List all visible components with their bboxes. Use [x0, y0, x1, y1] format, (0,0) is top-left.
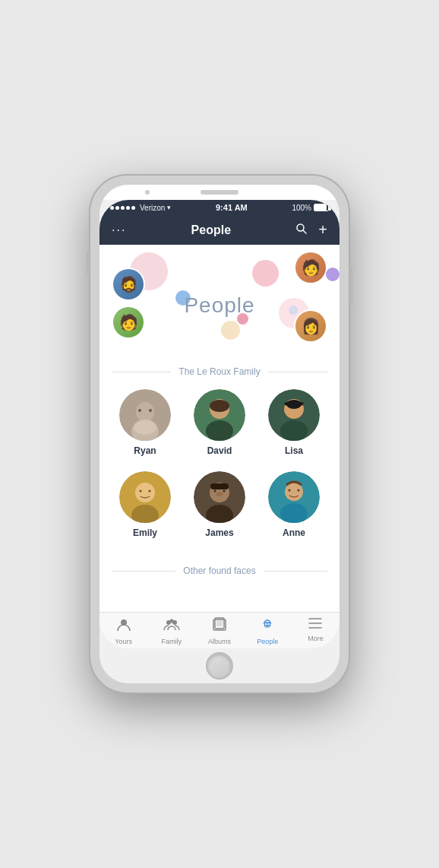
- add-button[interactable]: +: [318, 221, 327, 239]
- other-faces-section: Other found faces: [99, 565, 340, 576]
- tab-albums-icon: [213, 617, 226, 636]
- svg-point-17: [135, 483, 155, 502]
- other-divider-right: [264, 571, 327, 572]
- svg-point-10: [206, 420, 233, 441]
- tab-yours-icon: [116, 617, 131, 636]
- svg-rect-39: [216, 620, 223, 626]
- person-name-david: David: [207, 445, 232, 456]
- tab-family[interactable]: Family: [147, 617, 195, 645]
- camera-dot: [145, 190, 150, 195]
- person-lisa[interactable]: Lisa: [261, 389, 327, 456]
- phone-frame: Verizon ▾ 9:41 AM 100% ··· People: [90, 176, 349, 692]
- nav-title: People: [191, 223, 231, 237]
- divider-left: [112, 372, 171, 372]
- other-divider-left: [112, 571, 175, 572]
- person-james[interactable]: James: [186, 471, 253, 538]
- people-title: People: [184, 293, 254, 318]
- carrier-label: Verizon: [140, 204, 165, 212]
- menu-button[interactable]: ···: [112, 223, 126, 237]
- deco-circle-6: [221, 321, 240, 340]
- svg-point-31: [289, 489, 291, 492]
- svg-point-14: [280, 420, 308, 441]
- screen: Verizon ▾ 9:41 AM 100% ··· People: [99, 200, 340, 648]
- battery-icon: [314, 204, 329, 211]
- people-header: 🧔 🧑 🧑 👩 People: [99, 245, 340, 366]
- svg-point-26: [223, 490, 226, 493]
- svg-point-6: [149, 409, 152, 412]
- svg-point-32: [298, 489, 300, 492]
- person-anne[interactable]: Anne: [261, 471, 327, 538]
- person-avatar-james: [194, 471, 245, 523]
- person-name-james: James: [205, 527, 233, 538]
- deco-circle-purple: [326, 268, 340, 281]
- family-divider: The Le Roux Family: [112, 366, 327, 377]
- person-name-emily: Emily: [133, 527, 157, 538]
- wifi-icon: ▾: [167, 204, 171, 211]
- tab-people-icon: [259, 617, 276, 636]
- status-bar: Verizon ▾ 9:41 AM 100%: [99, 200, 340, 215]
- svg-point-20: [149, 490, 151, 493]
- signal-dots: [110, 206, 135, 210]
- person-name-ryan: Ryan: [134, 445, 156, 456]
- tab-yours-label: Yours: [115, 638, 132, 645]
- person-avatar-lisa: [268, 389, 320, 441]
- battery-percent: 100%: [292, 204, 311, 212]
- deco-avatar-3: 🧑: [294, 251, 327, 284]
- svg-point-7: [134, 420, 156, 435]
- deco-avatar-1: 🧔: [112, 268, 145, 301]
- svg-point-3: [136, 402, 154, 422]
- tab-yours[interactable]: Yours: [99, 617, 147, 645]
- svg-point-25: [214, 490, 216, 493]
- tab-family-icon: [163, 617, 180, 636]
- tab-bar: Yours Family: [99, 612, 340, 648]
- nav-bar: ··· People +: [99, 215, 340, 245]
- status-right: 100%: [292, 204, 329, 212]
- svg-point-41: [266, 622, 270, 626]
- tab-people-label: People: [257, 638, 278, 645]
- tab-more-label: More: [308, 635, 324, 642]
- person-ryan[interactable]: Ryan: [112, 389, 178, 456]
- other-faces-label: Other found faces: [183, 565, 255, 576]
- family-label: The Le Roux Family: [178, 366, 260, 377]
- person-name-lisa: Lisa: [285, 445, 303, 456]
- person-avatar-anne: [268, 471, 320, 523]
- svg-point-36: [169, 619, 173, 623]
- svg-point-19: [140, 490, 142, 493]
- person-avatar-david: [194, 389, 245, 441]
- person-avatar-ryan: [119, 389, 171, 441]
- deco-avatar-2: 🧑: [112, 306, 145, 339]
- people-grid: Ryan D: [112, 389, 327, 538]
- tab-albums-label: Albums: [208, 638, 231, 645]
- tab-family-label: Family: [162, 638, 182, 645]
- svg-rect-24: [210, 483, 229, 489]
- deco-avatar-4: 👩: [294, 309, 327, 343]
- nav-actions: +: [295, 221, 327, 239]
- status-left: Verizon ▾: [110, 204, 171, 212]
- person-david[interactable]: David: [186, 389, 253, 456]
- phone-inner: Verizon ▾ 9:41 AM 100% ··· People: [99, 185, 340, 683]
- person-name-anne: Anne: [283, 527, 305, 538]
- speaker: [201, 190, 238, 195]
- person-avatar-emily: [119, 471, 171, 523]
- main-content: 🧔 🧑 🧑 👩 People: [99, 245, 340, 612]
- person-emily[interactable]: Emily: [112, 471, 178, 538]
- search-button[interactable]: [295, 223, 308, 238]
- home-button-area: [99, 648, 340, 683]
- tab-albums[interactable]: Albums: [195, 617, 243, 645]
- divider-right: [268, 372, 327, 372]
- tab-more[interactable]: More: [292, 617, 340, 645]
- other-divider: Other found faces: [112, 565, 327, 576]
- svg-line-1: [303, 230, 306, 233]
- tab-people[interactable]: People: [244, 617, 292, 645]
- deco-circle-3: [252, 260, 279, 287]
- svg-point-27: [216, 492, 223, 496]
- family-section: The Le Roux Family: [99, 366, 340, 565]
- time-display: 9:41 AM: [216, 203, 248, 212]
- home-button[interactable]: [206, 652, 233, 680]
- svg-point-5: [138, 409, 141, 412]
- svg-point-11: [210, 400, 229, 412]
- tab-more-icon: [308, 617, 322, 633]
- deco-circle-7: [289, 306, 298, 315]
- battery-fill: [314, 204, 327, 211]
- notch-bar: [99, 185, 340, 200]
